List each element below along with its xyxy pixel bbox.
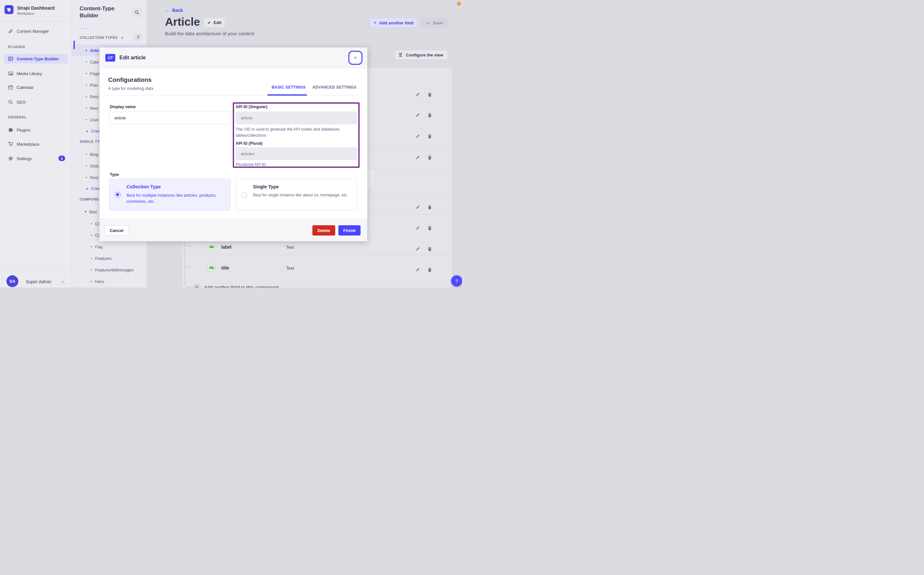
- component-item-hero[interactable]: Hero: [72, 276, 145, 287]
- display-name-input[interactable]: [109, 112, 231, 124]
- api-id-singular-helper: The UID is used to generate the API rout…: [235, 126, 355, 138]
- page-title: Article: [165, 15, 200, 28]
- field-type: Text: [286, 245, 294, 249]
- bullet-icon: [91, 246, 92, 248]
- add-field-circle-button[interactable]: +: [193, 284, 200, 288]
- back-link[interactable]: ← Back: [165, 8, 183, 13]
- image-icon: [8, 71, 13, 76]
- configure-the-view-button[interactable]: Configure the view: [394, 50, 448, 60]
- nav-item-label: Plugins: [17, 128, 30, 132]
- layout-grid-icon: [8, 56, 13, 61]
- radio-unselected-icon[interactable]: [242, 192, 247, 198]
- pencil-icon[interactable]: [415, 226, 420, 230]
- nav-item-plugins[interactable]: Plugins: [4, 125, 68, 135]
- pencil-icon[interactable]: [415, 268, 420, 272]
- user-avatar[interactable]: SA: [6, 275, 18, 287]
- save-button[interactable]: Save: [421, 17, 448, 28]
- nav-item-label: SEO: [17, 100, 25, 105]
- subnav-scrollbar-thumb[interactable]: [73, 41, 75, 49]
- collection-type-title: Collection Type: [127, 184, 161, 189]
- collapse-nav-button[interactable]: ‹: [60, 278, 66, 284]
- content-type-badge: CT: [105, 54, 115, 62]
- add-another-field-button[interactable]: + Add another field: [369, 17, 418, 28]
- bullet-icon: [86, 154, 87, 155]
- api-id-singular-input[interactable]: [235, 112, 357, 124]
- edit-article-modal: CT Edit article ✕ Configurations A type …: [100, 48, 367, 241]
- search-button[interactable]: [132, 7, 142, 17]
- nav-item-content-type-builder[interactable]: Content-Type Builder: [4, 54, 68, 64]
- feather-icon: [8, 29, 13, 34]
- nav-item-marketplace[interactable]: Marketplace: [4, 139, 68, 149]
- chevron-down-icon: ▼: [84, 210, 87, 213]
- bullet-icon: [86, 165, 87, 167]
- arrow-left-icon: ←: [165, 8, 170, 13]
- component-item-faq[interactable]: Faq: [72, 241, 145, 253]
- pencil-icon[interactable]: [415, 155, 420, 160]
- trash-icon[interactable]: [428, 205, 432, 210]
- nav-item-label: Settings: [17, 156, 32, 161]
- tab-advanced-settings[interactable]: ADVANCED SETTINGS: [312, 85, 356, 89]
- divider: [0, 21, 72, 22]
- nav-item-calendar[interactable]: Calendar: [4, 83, 68, 92]
- gear-icon: [8, 156, 13, 161]
- cart-icon: [8, 141, 13, 147]
- api-id-plural-input[interactable]: [235, 148, 357, 160]
- collection-types-header[interactable]: COLLECTION TYPES ▼: [80, 36, 124, 40]
- trash-icon[interactable]: [428, 92, 432, 97]
- nav-item-media-library[interactable]: Media Library: [4, 69, 68, 78]
- finish-button[interactable]: Finish: [339, 225, 361, 235]
- search-icon: [135, 10, 139, 15]
- trash-icon[interactable]: [428, 268, 432, 272]
- cancel-button[interactable]: Cancel: [104, 225, 129, 235]
- trash-icon[interactable]: [428, 155, 432, 160]
- bullet-icon: [86, 177, 87, 178]
- display-name-label: Display name: [110, 105, 136, 109]
- trash-icon[interactable]: [428, 226, 432, 230]
- active-tab-underline: [267, 94, 307, 95]
- app-title: Strapi Dashboard: [17, 5, 54, 11]
- help-button[interactable]: ?: [451, 275, 462, 286]
- single-type-option[interactable]: Single Type Best for single instance lik…: [235, 179, 357, 211]
- close-icon[interactable]: ✕: [350, 52, 361, 63]
- pencil-icon[interactable]: [415, 92, 420, 97]
- edit-button[interactable]: Edit: [204, 17, 225, 28]
- main-nav: Strapi Dashboard Workplace Content Manag…: [0, 0, 72, 288]
- nav-item-label: Calendar: [17, 85, 34, 90]
- delete-button[interactable]: Delete: [312, 225, 335, 235]
- tab-basic-settings[interactable]: BASIC SETTINGS: [272, 85, 305, 89]
- radio-selected-icon[interactable]: [115, 192, 121, 198]
- app-subtitle: Workplace: [17, 11, 34, 15]
- trash-icon[interactable]: [428, 113, 432, 118]
- nav-item-label: Content-Type Builder: [17, 56, 59, 61]
- recording-indicator-dot: [457, 2, 461, 6]
- modal-body: Configurations A type for modeling data …: [100, 68, 367, 219]
- trash-icon[interactable]: [428, 247, 432, 251]
- trash-icon[interactable]: [428, 134, 432, 138]
- configurations-heading: Configurations: [108, 76, 151, 83]
- single-types-header[interactable]: SINGLE TY: [80, 140, 100, 143]
- component-item-featureswithimages[interactable]: FeaturesWithImages: [72, 264, 145, 276]
- pencil-icon[interactable]: [415, 205, 420, 210]
- nav-item-label: Content Manager: [17, 29, 49, 34]
- bullet-icon: [86, 73, 87, 74]
- add-field-row-label[interactable]: Add another field to this component: [204, 285, 279, 288]
- pencil-icon[interactable]: [415, 247, 420, 251]
- nav-item-seo[interactable]: SEO: [4, 97, 68, 107]
- bullet-icon: [86, 84, 87, 86]
- nav-item-content-manager[interactable]: Content Manager: [4, 26, 68, 36]
- collection-type-desc: Best for multiple instances like article…: [127, 192, 227, 204]
- components-header[interactable]: COMPONE: [80, 197, 99, 201]
- modal-footer: Cancel Delete Finish: [100, 219, 367, 241]
- page-subtitle: Build the data architecture of your cont…: [165, 31, 254, 36]
- collection-type-option[interactable]: Collection Type Best for multiple instan…: [109, 179, 231, 211]
- component-item-features[interactable]: Features: [72, 253, 145, 264]
- pencil-icon[interactable]: [415, 134, 420, 138]
- field-name: label: [221, 245, 232, 249]
- single-type-desc: Best for single instance like about us, …: [253, 192, 348, 198]
- api-id-singular-label: API ID (Singular): [235, 105, 267, 109]
- field-name: title: [221, 265, 229, 270]
- nav-section-general: GENERAL: [8, 115, 27, 119]
- pencil-icon[interactable]: [415, 113, 420, 118]
- list-icon: [399, 53, 403, 57]
- nav-section-plugins: PLUGINS: [8, 45, 25, 49]
